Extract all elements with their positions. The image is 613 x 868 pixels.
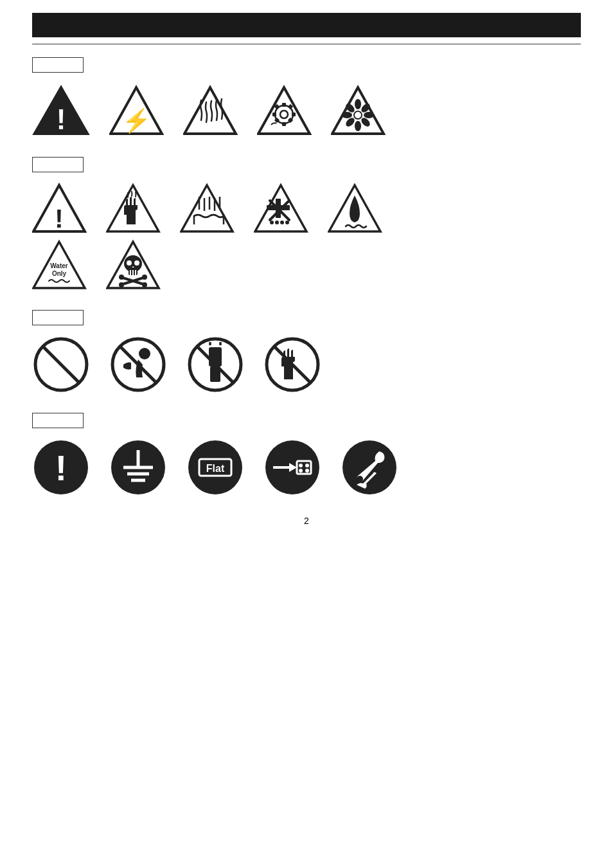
- svg-text:!: !: [55, 204, 63, 233]
- section-3-block: [32, 310, 581, 393]
- svg-rect-8: [282, 103, 286, 107]
- warning-moving-parts-icon: [257, 85, 312, 136]
- section-2-block: !: [32, 157, 581, 291]
- section-3-row-1: [32, 336, 581, 393]
- svg-point-21: [364, 112, 374, 118]
- prohibited-general-icon: [32, 336, 90, 393]
- svg-rect-9: [282, 122, 286, 126]
- section-2-row-1: !: [32, 183, 581, 234]
- warning-liquid-drop-icon: [328, 183, 382, 234]
- section-2-label: [32, 157, 84, 172]
- svg-point-91: [305, 464, 309, 467]
- prohibited-no-hand-icon: [263, 336, 321, 393]
- svg-text:Flat: Flat: [206, 463, 225, 474]
- svg-point-18: [355, 99, 361, 109]
- svg-marker-4: [184, 87, 236, 134]
- svg-point-52: [134, 260, 139, 266]
- section-1-label: [32, 57, 84, 73]
- svg-point-26: [355, 112, 361, 118]
- warning-electric-icon: ⚡: [109, 85, 164, 136]
- svg-point-95: [357, 476, 363, 482]
- svg-point-41: [280, 221, 284, 224]
- mandatory-connector-icon: [263, 439, 321, 496]
- svg-point-93: [305, 469, 309, 473]
- section-4-block: ! Flat: [32, 413, 581, 496]
- section-4-label: [32, 413, 84, 428]
- svg-point-66: [139, 348, 150, 359]
- warning-heat-lines-icon: [180, 183, 235, 234]
- mandatory-tool-icon: [341, 439, 398, 496]
- svg-point-19: [355, 121, 361, 131]
- svg-point-7: [280, 111, 288, 118]
- prohibited-no-touch-head-icon: [109, 336, 167, 393]
- warning-prohibited-cross-icon: [254, 183, 308, 234]
- mandatory-ground-icon: [109, 439, 167, 496]
- svg-point-62: [142, 282, 147, 287]
- section-1-row-1: ! ⚡: [32, 83, 581, 138]
- page-number: 2: [32, 516, 581, 526]
- svg-rect-10: [272, 113, 276, 116]
- svg-point-61: [119, 282, 124, 287]
- page: ! ⚡: [0, 0, 613, 868]
- section-1-block: ! ⚡: [32, 57, 581, 138]
- svg-text:Water: Water: [50, 262, 68, 269]
- svg-point-20: [342, 112, 352, 118]
- section-2-row-2: Water Only: [32, 239, 581, 291]
- prohibited-no-insert-icon: [186, 336, 244, 393]
- warning-general-icon: !: [32, 83, 90, 138]
- warning-flower-icon: [331, 85, 386, 136]
- svg-line-64: [43, 347, 79, 383]
- warning-hand-hot-icon: [106, 183, 161, 234]
- svg-point-40: [275, 221, 279, 224]
- mandatory-notice-icon: !: [32, 439, 90, 496]
- svg-text:!: !: [57, 104, 66, 135]
- svg-point-60: [142, 275, 147, 280]
- svg-point-42: [285, 221, 289, 224]
- svg-point-90: [299, 464, 303, 467]
- section-3-label: [32, 310, 84, 325]
- header-bar: [32, 13, 581, 37]
- svg-text:!: !: [55, 448, 67, 488]
- svg-rect-11: [292, 113, 296, 116]
- warning-water-only-icon: Water Only: [32, 239, 87, 291]
- svg-text:⚡: ⚡: [122, 107, 151, 134]
- section-4-row-1: ! Flat: [32, 439, 581, 496]
- svg-point-51: [127, 260, 132, 266]
- svg-point-59: [119, 275, 124, 280]
- warning-skull-icon: [106, 239, 161, 291]
- svg-point-92: [299, 469, 303, 473]
- mandatory-flat-icon: Flat: [186, 439, 244, 496]
- warning-hot-icon: [183, 85, 238, 136]
- svg-marker-30: [181, 185, 233, 231]
- svg-text:Only: Only: [52, 270, 67, 277]
- svg-point-39: [270, 221, 274, 224]
- divider: [32, 44, 581, 44]
- warning-general-outline-icon: !: [32, 183, 87, 234]
